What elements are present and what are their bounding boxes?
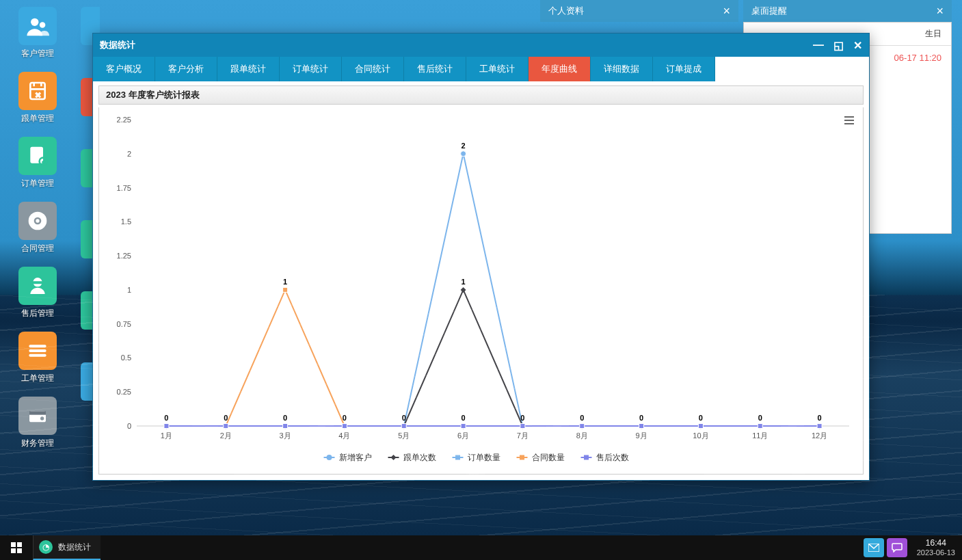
svg-text:9月: 9月	[636, 431, 647, 440]
svg-rect-126	[17, 542, 22, 547]
window-titlebar[interactable]: 数据统计 — ◱ ✕	[93, 34, 869, 57]
profile-panel-header[interactable]: 个人资料 ×	[540, 0, 738, 22]
svg-rect-120	[520, 455, 524, 460]
svg-point-112	[327, 455, 332, 460]
start-button[interactable]	[0, 535, 33, 560]
svg-rect-91	[580, 424, 585, 429]
svg-rect-74	[283, 287, 288, 292]
svg-rect-3	[30, 147, 43, 163]
desktop-icon-合同管理[interactable]: 合同管理	[14, 202, 62, 254]
svg-rect-63	[342, 424, 347, 429]
desktop-icon-客户管理[interactable]: 客户管理	[14, 7, 62, 59]
svg-rect-66	[520, 424, 525, 429]
svg-text:1: 1	[283, 278, 287, 286]
desktop-icon-跟单管理[interactable]: 跟单管理	[14, 72, 62, 124]
tab-详细数据[interactable]: 详细数据	[591, 57, 653, 81]
svg-rect-94	[758, 424, 762, 429]
svg-point-48	[163, 423, 169, 429]
svg-text:1.75: 1.75	[117, 184, 131, 192]
svg-text:1: 1	[127, 286, 131, 294]
svg-text:1: 1	[462, 278, 466, 286]
tab-年度曲线[interactable]: 年度曲线	[529, 57, 591, 81]
svg-point-7	[36, 219, 39, 222]
tab-客户概况[interactable]: 客户概况	[93, 57, 155, 81]
app-icon	[18, 7, 57, 45]
desktop-icon-label: 跟单管理	[14, 113, 62, 124]
tab-订单提成[interactable]: 订单提成	[653, 57, 715, 81]
annual-line-chart: 00.250.50.7511.251.51.7522.251月2月3月4月5月6…	[99, 107, 863, 474]
svg-text:1月: 1月	[161, 431, 172, 440]
profile-panel-title: 个人资料	[548, 5, 584, 17]
minimize-icon[interactable]: —	[813, 39, 824, 52]
taskbar: ◔ 数据统计 16:44 2023-06-13	[0, 535, 962, 560]
tab-合同统计[interactable]: 合同统计	[342, 57, 404, 81]
stats-window: 数据统计 — ◱ ✕ 客户概况客户分析跟单统计订单统计合同统计售后统计工单统计年…	[92, 33, 870, 481]
svg-text:0.5: 0.5	[121, 354, 131, 362]
svg-text:0: 0	[343, 414, 347, 422]
svg-text:0: 0	[402, 414, 406, 422]
taskbar-clock[interactable]: 16:44 2023-06-13	[910, 538, 962, 557]
svg-text:2月: 2月	[220, 431, 232, 440]
svg-text:售后次数: 售后次数	[596, 453, 629, 462]
desktop-icon-工单管理[interactable]: 工单管理	[14, 332, 62, 384]
svg-text:0.75: 0.75	[117, 320, 131, 328]
svg-text:合同数量: 合同数量	[532, 453, 565, 462]
svg-rect-87	[342, 424, 347, 429]
desktop-icon-label: 财务管理	[14, 438, 62, 449]
svg-rect-61	[224, 424, 228, 429]
svg-rect-65	[461, 424, 466, 429]
desktop-icon-财务管理[interactable]: 财务管理	[14, 397, 62, 449]
reminder-panel-title: 桌面提醒	[751, 5, 787, 17]
desktop-icon-peek[interactable]	[81, 291, 100, 330]
app-icon	[18, 397, 57, 435]
svg-rect-67	[580, 424, 585, 429]
svg-rect-95	[817, 424, 822, 429]
svg-point-56	[639, 423, 644, 429]
svg-rect-90	[520, 424, 525, 429]
svg-text:0: 0	[639, 414, 643, 422]
desktop-icon-订单管理[interactable]: 订单管理	[14, 137, 62, 189]
desktop-icon-column: 客户管理跟单管理订单管理合同管理售后管理工单管理财务管理	[14, 7, 68, 462]
svg-text:0: 0	[224, 414, 228, 422]
mail-icon[interactable]	[864, 538, 884, 557]
tab-客户分析[interactable]: 客户分析	[155, 57, 217, 81]
window-tabs: 客户概况客户分析跟单统计订单统计合同统计售后统计工单统计年度曲线详细数据订单提成	[93, 57, 869, 81]
maximize-icon[interactable]: ◱	[833, 39, 844, 52]
tab-售后统计[interactable]: 售后统计	[404, 57, 466, 81]
close-icon[interactable]: ×	[936, 4, 944, 18]
close-icon[interactable]: ×	[723, 4, 730, 18]
svg-point-50	[282, 423, 288, 429]
svg-rect-86	[283, 424, 288, 429]
app-icon	[18, 332, 57, 370]
svg-point-1	[40, 22, 46, 28]
tab-跟单统计[interactable]: 跟单统计	[217, 57, 280, 81]
desktop-icon-label: 售后管理	[14, 308, 62, 319]
window-title: 数据统计	[100, 39, 135, 51]
reminder-tab-birthday[interactable]: 生日	[916, 23, 951, 45]
svg-text:0: 0	[164, 414, 168, 422]
svg-rect-11	[29, 411, 46, 414]
reminder-panel-header[interactable]: 桌面提醒 ×	[743, 0, 952, 22]
svg-rect-88	[401, 424, 406, 429]
svg-rect-73	[224, 424, 228, 429]
svg-rect-72	[164, 424, 169, 429]
app-icon	[18, 267, 57, 305]
chat-icon[interactable]	[887, 538, 907, 557]
svg-rect-125	[11, 542, 16, 547]
svg-rect-69	[698, 424, 703, 429]
svg-rect-80	[639, 424, 644, 429]
svg-text:0: 0	[758, 414, 762, 422]
svg-rect-71	[817, 424, 822, 429]
tab-订单统计[interactable]: 订单统计	[280, 57, 342, 81]
close-icon[interactable]: ✕	[853, 39, 862, 52]
svg-rect-84	[164, 424, 169, 429]
desktop-icon-售后管理[interactable]: 售后管理	[14, 267, 62, 319]
svg-rect-62	[283, 424, 288, 429]
taskbar-task-stats[interactable]: ◔ 数据统计	[33, 535, 101, 560]
svg-text:订单数量: 订单数量	[468, 453, 500, 462]
chart-title-bar: 2023 年度客户统计报表	[98, 85, 864, 105]
svg-point-58	[758, 423, 763, 429]
tab-工单统计[interactable]: 工单统计	[466, 57, 529, 81]
desktop-icon-peek[interactable]	[81, 362, 100, 401]
svg-text:0.25: 0.25	[117, 388, 131, 396]
